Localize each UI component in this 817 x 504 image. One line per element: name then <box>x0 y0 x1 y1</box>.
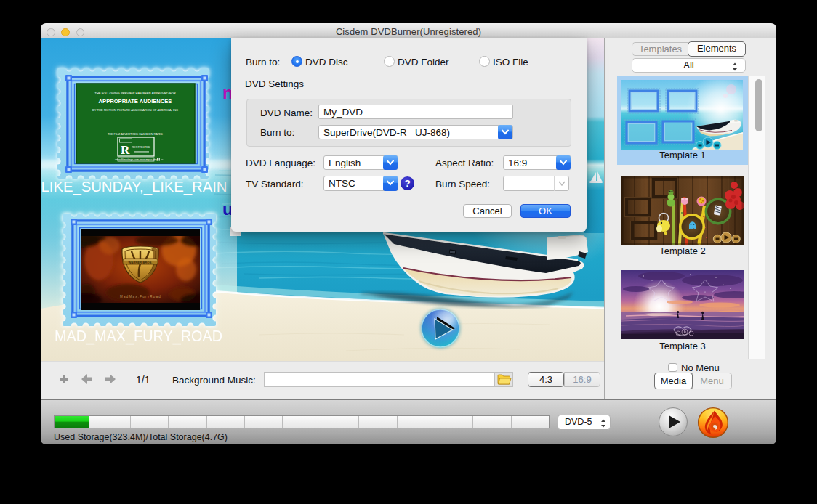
svg-text:APPROPRIATE AUDIENCES: APPROPRIATE AUDIENCES <box>99 98 172 105</box>
svg-text:THE FILM ADVERTISED HAS BEEN R: THE FILM ADVERTISED HAS BEEN RATED <box>108 133 163 136</box>
svg-text:BY THE MOTION PICTURE ASSOCIAT: BY THE MOTION PICTURE ASSOCIATION OF AME… <box>92 108 178 112</box>
svg-text:MAD_MAX_FURY_ROAD: MAD_MAX_FURY_ROAD <box>55 328 222 345</box>
svg-text:THE FOLLOWING PREVIEW HAS BEEN: THE FOLLOWING PREVIEW HAS BEEN APPROVED … <box>94 92 176 95</box>
svg-text:R: R <box>121 143 130 157</box>
svg-text:M a d M a x : F u r y R o a: M a d M a x : F u r y R o a d <box>120 295 161 298</box>
svg-text:LIKE_SUNDAY,_LIKE_RAIN: LIKE_SUNDAY,_LIKE_RAIN <box>41 178 228 195</box>
svg-text:www.filmratings.com www.mpaa.: www.filmratings.com www.mpaa.org <box>115 158 157 161</box>
svg-text:WARNER BROS.: WARNER BROS. <box>128 261 152 264</box>
svg-text:RESTRICTED: RESTRICTED <box>132 145 150 149</box>
